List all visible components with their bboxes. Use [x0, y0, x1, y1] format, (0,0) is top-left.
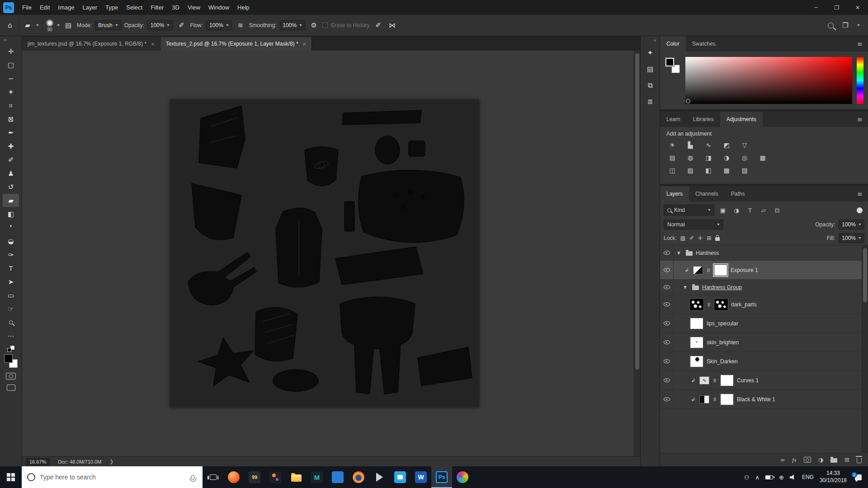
collapse-toolbox-icon[interactable]: » — [0, 37, 7, 44]
visibility-toggle[interactable] — [660, 295, 674, 314]
layer-thumbnail[interactable] — [690, 299, 703, 310]
collapse-group-icon[interactable]: ▼ — [684, 285, 689, 290]
adjustment-levels-icon[interactable]: ▙ — [684, 141, 696, 150]
status-chevron-icon[interactable]: ❯ — [109, 459, 113, 465]
pressure-opacity-icon[interactable]: ✐ — [176, 19, 187, 31]
collapse-group-icon[interactable]: ▼ — [677, 251, 683, 255]
scrollbar-thumb[interactable] — [863, 248, 867, 302]
taskbar-firefox[interactable] — [348, 466, 369, 488]
hand-tool[interactable]: ☞ — [3, 302, 19, 315]
close-icon[interactable]: × — [151, 41, 155, 47]
brushes-panel-icon[interactable]: ✦ — [642, 46, 658, 60]
menu-type[interactable]: Type — [101, 4, 122, 11]
layer-row-lips-specular[interactable]: lips_specular — [660, 314, 862, 333]
crop-tool[interactable]: ⌗ — [3, 99, 19, 112]
tab-color[interactable]: Color — [660, 36, 686, 52]
close-icon[interactable]: × — [303, 41, 307, 47]
layer-row-hardness[interactable]: ▼ Hardness — [660, 245, 862, 261]
visibility-toggle[interactable] — [660, 280, 674, 295]
gradient-tool[interactable]: ◧ — [3, 207, 19, 221]
document-tab[interactable]: jim_textures.psd @ 16.7% (Exposure 1, RG… — [22, 37, 160, 51]
lasso-tool[interactable]: ∽ — [3, 72, 19, 85]
adjustment-hue-saturation-icon[interactable]: ▤ — [666, 153, 678, 162]
taskbar-app-99[interactable]: 99 — [244, 466, 265, 488]
visibility-toggle[interactable] — [660, 371, 674, 389]
add-layer-mask-icon[interactable] — [804, 457, 811, 463]
battery-icon[interactable] — [765, 475, 773, 479]
mask-link-icon[interactable]: 8 — [706, 267, 711, 273]
layer-row-hardness-group[interactable]: ▼ Hardness Group — [660, 280, 862, 295]
layer-row-dark-parts[interactable]: 8 dark_parts — [660, 295, 862, 314]
layer-name[interactable]: Skin_Darken — [707, 358, 738, 365]
path-selection-tool[interactable]: ➤ — [3, 275, 19, 288]
adjustment-posterize-icon[interactable]: ▨ — [684, 166, 696, 175]
task-view-button[interactable] — [203, 466, 223, 488]
visibility-toggle[interactable] — [660, 352, 674, 371]
taskbar-app-orange[interactable] — [223, 466, 244, 488]
eyedropper-tool[interactable]: ✒ — [3, 126, 19, 139]
visibility-toggle[interactable] — [660, 261, 674, 279]
layers-opacity-input[interactable]: 100% — [839, 220, 864, 230]
lock-position-icon[interactable]: ✛ — [698, 235, 703, 241]
menu-filter[interactable]: Filter — [146, 4, 168, 11]
adjustment-black-white-icon[interactable]: ◨ — [703, 153, 714, 162]
layer-thumbnail[interactable] — [690, 356, 703, 367]
smoothing-input[interactable]: 100% — [280, 20, 306, 30]
black-white-adjustment-thumbnail[interactable] — [699, 395, 709, 404]
menu-image[interactable]: Image — [54, 4, 78, 11]
scrollbar-thumb[interactable] — [635, 53, 639, 370]
visibility-toggle[interactable] — [660, 245, 674, 260]
people-icon[interactable]: ⚇ — [744, 474, 750, 481]
lock-transparent-pixels-icon[interactable]: ▨ — [680, 235, 685, 241]
adjustment-exposure-icon[interactable]: ◩ — [721, 141, 732, 150]
link-layers-icon[interactable]: ∞ — [780, 456, 785, 463]
visibility-toggle[interactable] — [660, 333, 674, 352]
search-icon[interactable] — [828, 23, 834, 28]
clone-stamp-tool[interactable]: ♟ — [3, 167, 19, 180]
zoom-level-field[interactable]: 16.67% — [26, 458, 50, 465]
filter-smart-objects-icon[interactable]: ⊡ — [772, 205, 782, 215]
smoothing-options-gear-icon[interactable]: ⚙ — [308, 19, 319, 31]
layer-thumbnail[interactable] — [690, 337, 703, 348]
adjustment-vibrance-icon[interactable]: ▽ — [739, 141, 750, 150]
visibility-toggle[interactable] — [660, 390, 674, 408]
taskbar-paint-app[interactable] — [452, 466, 473, 488]
action-center-button[interactable]: 2 — [853, 473, 863, 482]
menu-edit[interactable]: Edit — [36, 4, 54, 11]
layer-name[interactable]: Hardness — [696, 250, 719, 256]
frame-tool[interactable]: ⊠ — [3, 113, 19, 126]
layer-name[interactable]: dark_parts — [731, 301, 757, 308]
layer-name[interactable]: Exposure 1 — [731, 267, 758, 273]
eraser-tool[interactable]: ▰ — [3, 194, 19, 207]
dodge-tool[interactable]: ◒ — [3, 235, 19, 248]
taskbar-app-spark[interactable] — [265, 466, 286, 488]
adjustment-channel-mixer-icon[interactable]: ◎ — [739, 153, 750, 162]
taskbar-file-explorer[interactable] — [286, 466, 307, 488]
blur-tool[interactable]: ❜ — [3, 221, 19, 234]
exposure-adjustment-thumbnail[interactable] — [693, 266, 703, 274]
rectangle-tool[interactable]: ▭ — [3, 289, 19, 302]
brush-settings-panel-icon[interactable]: ▤ — [642, 62, 658, 76]
new-group-icon[interactable] — [830, 458, 837, 463]
taskbar-photoshop-active[interactable]: Ps — [431, 466, 452, 488]
opacity-input[interactable]: 100% — [147, 20, 173, 30]
taskbar-app-m[interactable]: M — [307, 466, 327, 488]
adjustment-threshold-icon[interactable]: ◧ — [703, 166, 714, 175]
microphone-icon[interactable] — [191, 475, 194, 480]
layer-thumbnail[interactable] — [690, 318, 703, 329]
layer-row-exposure-1[interactable]: ↲ 8 Exposure 1 — [660, 261, 862, 280]
paint-symmetry-icon[interactable]: ⋈ — [387, 19, 398, 31]
minimize-button[interactable]: ─ — [806, 0, 826, 15]
erase-to-history-checkbox[interactable] — [322, 23, 328, 28]
layer-row-curves-1[interactable]: ↲ ∿ 8 Curves 1 — [660, 371, 862, 390]
tool-preset-eraser-icon[interactable]: ▰ — [22, 19, 33, 31]
document-tab-active[interactable]: Textures_2.psd @ 16.7% (Exposure 1, Laye… — [160, 37, 312, 51]
mask-link-icon[interactable]: 8 — [707, 302, 711, 307]
menu-file[interactable]: File — [18, 4, 36, 11]
layer-name[interactable]: Curves 1 — [737, 377, 759, 384]
close-button[interactable]: ✕ — [847, 0, 868, 15]
filter-toggle-switch[interactable] — [857, 207, 863, 213]
layer-mask-thumbnail[interactable] — [720, 394, 734, 405]
zoom-tool[interactable] — [3, 316, 19, 329]
toggle-brush-panel-icon[interactable]: ▤ — [63, 19, 74, 31]
